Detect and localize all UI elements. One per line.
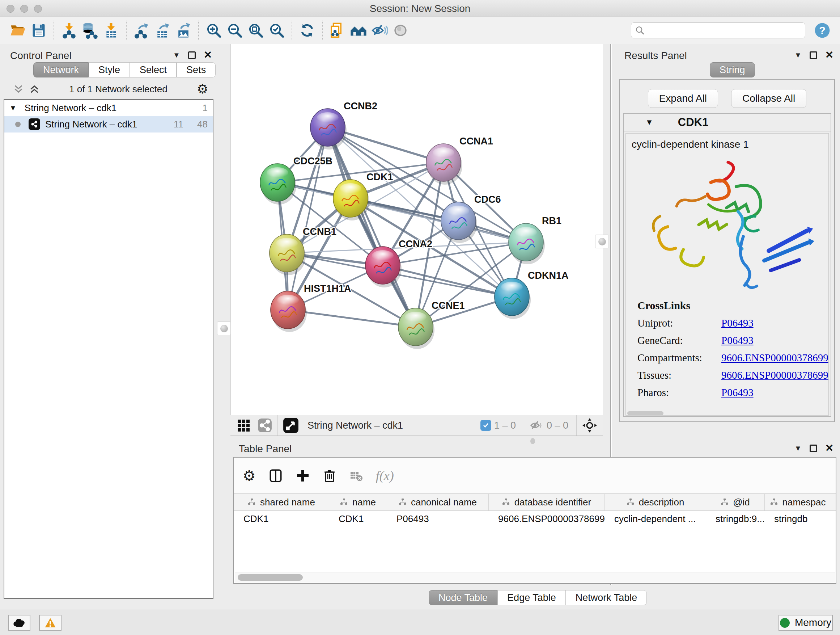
- zoom-fit-button[interactable]: [245, 20, 266, 41]
- zoom-selected-button[interactable]: [266, 20, 287, 41]
- node-cdc25b[interactable]: [260, 164, 296, 204]
- help-button[interactable]: ?: [812, 20, 833, 41]
- warnings-button[interactable]: [39, 615, 62, 631]
- tab-select[interactable]: Select: [130, 62, 177, 78]
- tab-network[interactable]: Network: [33, 62, 88, 78]
- network-row-selected[interactable]: String Network – cdk1 11 48: [4, 116, 213, 133]
- apply-layout-button[interactable]: [297, 20, 317, 41]
- node-cdkn1a[interactable]: [494, 278, 531, 319]
- export-table-button[interactable]: [152, 20, 173, 41]
- tab-node-table[interactable]: Node Table: [429, 590, 497, 605]
- network-canvas[interactable]: CCNB2CCNA1CDC25BCDK1CDC6RB1CCNB1CCNA2CDK…: [231, 44, 603, 415]
- float-panel-icon[interactable]: [810, 51, 817, 59]
- zoom-out-icon: [226, 22, 243, 39]
- column-header[interactable]: shared name: [234, 494, 329, 510]
- expand-all-networks-icon[interactable]: [13, 84, 24, 94]
- right-splitter-handle[interactable]: [595, 234, 609, 249]
- grid-view-icon[interactable]: [236, 418, 251, 432]
- delete-column-icon[interactable]: [322, 469, 337, 483]
- collapse-panel-icon[interactable]: ▼: [794, 51, 802, 59]
- show-columns-icon[interactable]: [268, 468, 283, 483]
- collapse-all-networks-icon[interactable]: [29, 84, 40, 94]
- duplicate-network-button[interactable]: [327, 20, 348, 41]
- node-ccna2[interactable]: [365, 247, 401, 287]
- create-column-icon[interactable]: [295, 469, 310, 483]
- hide-selected-button[interactable]: [369, 20, 390, 41]
- node-ccnb2[interactable]: [310, 109, 347, 149]
- save-session-button[interactable]: [28, 20, 49, 41]
- export-image-button[interactable]: [173, 20, 194, 41]
- node-rb1[interactable]: [508, 223, 545, 264]
- float-panel-icon[interactable]: [188, 51, 196, 59]
- table-row[interactable]: CDK1CDK1P064939606.ENSP00000378699cyclin…: [234, 511, 836, 527]
- collapse-all-button[interactable]: Collapse All: [731, 89, 806, 108]
- collapse-panel-icon[interactable]: ▼: [173, 51, 180, 59]
- tab-style[interactable]: Style: [88, 62, 130, 78]
- node-ccne1[interactable]: [398, 308, 434, 349]
- zoom-out-button[interactable]: [224, 20, 245, 41]
- import-network-from-database-button[interactable]: [80, 20, 101, 41]
- protein-card-header[interactable]: ▼ CDK1: [624, 114, 831, 131]
- memory-button[interactable]: Memory: [778, 615, 833, 631]
- fit-content-crosshair-icon[interactable]: [582, 417, 598, 433]
- crosslink-link[interactable]: 9606.ENSP00000378699: [722, 369, 829, 381]
- hidden-eye-icon[interactable]: [529, 418, 544, 432]
- close-panel-icon[interactable]: ✕: [204, 50, 212, 60]
- edge[interactable]: [328, 127, 416, 327]
- tab-edge-table[interactable]: Edge Table: [497, 590, 566, 605]
- network-options-gear-icon[interactable]: ⚙: [197, 82, 208, 96]
- close-panel-icon[interactable]: ✕: [825, 50, 834, 60]
- tab-string[interactable]: String: [710, 62, 755, 78]
- node-ccna1[interactable]: [426, 144, 462, 185]
- edge[interactable]: [288, 310, 416, 327]
- table-cell[interactable]: 9606.ENSP00000378699: [489, 511, 605, 527]
- import-network-from-file-button[interactable]: [58, 20, 80, 41]
- node-cdk1[interactable]: [333, 180, 369, 220]
- table-cell[interactable]: cyclin-dependent ...: [605, 511, 706, 527]
- column-header[interactable]: database identifier: [489, 494, 605, 510]
- tab-network-table[interactable]: Network Table: [566, 590, 647, 605]
- table-hscroll-thumb[interactable]: [238, 574, 303, 581]
- node-hist1h1a[interactable]: [271, 291, 307, 332]
- left-splitter-handle[interactable]: [217, 321, 231, 335]
- show-hidden-button[interactable]: [390, 20, 411, 41]
- crosslink-link[interactable]: P06493: [722, 386, 753, 399]
- edge[interactable]: [288, 127, 328, 310]
- column-header[interactable]: namespac: [765, 494, 831, 510]
- crosslink-link[interactable]: 9606.ENSP00000378699: [722, 352, 829, 364]
- crosslink-link[interactable]: P06493: [722, 317, 753, 329]
- table-cell[interactable]: stringdb: [765, 511, 831, 527]
- close-panel-icon[interactable]: ✕: [825, 443, 834, 453]
- import-table-from-file-button[interactable]: [101, 20, 122, 41]
- table-cell[interactable]: P06493: [387, 511, 489, 527]
- function-builder-icon-disabled: f(x): [376, 468, 394, 483]
- table-hscrollbar[interactable]: [235, 572, 835, 583]
- expand-all-button[interactable]: Expand All: [648, 89, 718, 108]
- table-cell[interactable]: CDK1: [329, 511, 387, 527]
- results-hscroll-thumb[interactable]: [627, 411, 663, 415]
- zoom-in-button[interactable]: [203, 20, 224, 41]
- cloud-status-button[interactable]: [8, 615, 30, 631]
- first-neighbors-button[interactable]: [348, 20, 369, 41]
- table-cell[interactable]: stringdb:9...: [706, 511, 765, 527]
- float-panel-icon[interactable]: [810, 445, 817, 452]
- column-header[interactable]: canonical name: [387, 494, 489, 510]
- bottom-splitter-dot[interactable]: [531, 438, 535, 444]
- birdseye-view-toggle[interactable]: [283, 417, 299, 433]
- network-view-icon[interactable]: [257, 418, 272, 433]
- export-network-button[interactable]: [131, 20, 152, 41]
- search-input[interactable]: [645, 25, 801, 36]
- column-header[interactable]: @id: [706, 494, 765, 510]
- tab-sets[interactable]: Sets: [177, 62, 216, 78]
- column-header[interactable]: description: [605, 494, 706, 510]
- network-collection-row[interactable]: ▼ String Network – cdk1 1: [4, 100, 213, 116]
- collapse-panel-icon[interactable]: ▼: [794, 445, 802, 452]
- open-session-button[interactable]: [7, 20, 28, 41]
- column-header[interactable]: name: [329, 494, 387, 510]
- table-options-gear-icon[interactable]: ⚙: [243, 469, 256, 483]
- collection-expand-icon[interactable]: ▼: [9, 104, 17, 112]
- collapse-section-icon[interactable]: ▼: [645, 118, 653, 127]
- table-cell[interactable]: CDK1: [234, 511, 329, 527]
- crosslink-link[interactable]: P06493: [722, 334, 753, 347]
- selected-checkbox-icon[interactable]: [480, 420, 491, 431]
